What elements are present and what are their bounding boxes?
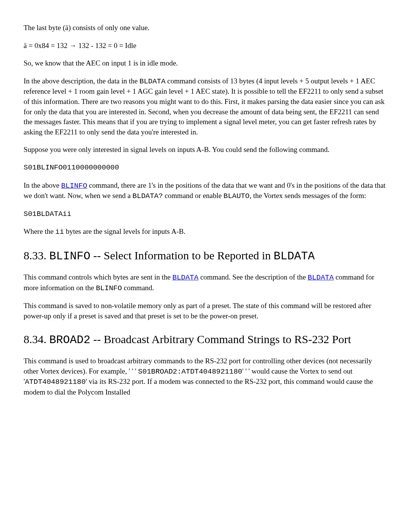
code-inline: BLINFO [96, 284, 122, 292]
code-inline: BLDATA? [132, 192, 163, 200]
paragraph: This command is saved to non-volatile me… [24, 301, 387, 321]
section-heading-8-34: 8.34. BROAD2 -- Broadcast Arbitrary Comm… [24, 332, 387, 348]
heading-code: BLDATA [274, 250, 315, 263]
code-block: S01BLINFO0110000000000 [24, 163, 387, 173]
heading-code: BROAD2 [49, 334, 91, 347]
text: -- Select Information to be Reported in [91, 249, 274, 262]
code-inline: BLDATA [139, 77, 165, 86]
section-number: 8.33. [24, 249, 49, 262]
code-inline: BLAUTO [223, 192, 249, 200]
section-number: 8.34. [24, 333, 49, 345]
paragraph: In the above BLINFO command, there are 1… [24, 181, 387, 201]
heading-code: BLINFO [49, 250, 91, 263]
paragraph: Suppose you were only interested in sign… [24, 145, 387, 155]
paragraph: This command controls which bytes are se… [24, 272, 387, 293]
text: bytes are the signal levels for inputs A… [64, 227, 185, 235]
paragraph: Where the ii bytes are the signal levels… [24, 227, 387, 237]
text: In the above [24, 181, 61, 189]
text: , the Vortex sends messages of the form: [250, 192, 366, 200]
paragraph: In the above description, the data in th… [24, 76, 387, 137]
paragraph: So, we know that the AEC on input 1 is i… [24, 58, 387, 69]
text: Where the [24, 227, 55, 235]
section-heading-8-33: 8.33. BLINFO -- Select Information to be… [24, 248, 387, 264]
text: command or enable [163, 192, 223, 200]
link-blinfo[interactable]: BLINFO [61, 181, 87, 189]
text: In the above description, the data in th… [24, 77, 139, 85]
link-bldata[interactable]: BLDATA [172, 273, 198, 281]
text: command. See the description of the [198, 273, 307, 281]
code-inline: S01BROAD2:ATDT4048921180 [138, 367, 242, 376]
paragraph: The last byte (ä) consists of only one v… [24, 23, 387, 33]
text: command. [122, 284, 154, 292]
paragraph: This command is used to broadcast arbitr… [24, 356, 387, 397]
link-bldata[interactable]: BLDATA [307, 273, 333, 281]
text: -- Broadcast Arbitrary Command Strings t… [91, 333, 351, 345]
code-inline: ATDT4048921180 [25, 378, 86, 386]
paragraph: ä = 0x84 = 132 → 132 - 132 = 0 = Idle [24, 41, 387, 51]
text: command consists of 13 bytes (4 input le… [24, 77, 384, 136]
code-inline: ii [55, 228, 64, 236]
text: This command controls which bytes are se… [24, 273, 172, 281]
code-block: S01BLDATAii [24, 209, 387, 219]
